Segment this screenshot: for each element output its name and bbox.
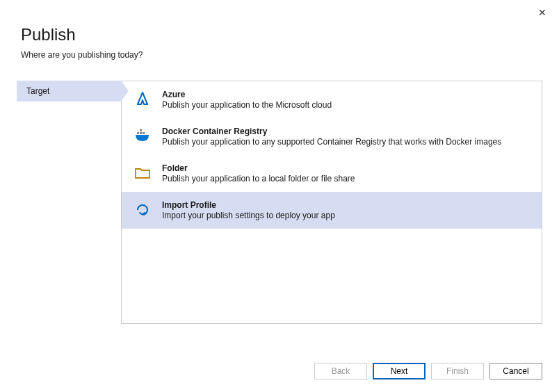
page-subtitle: Where are you publishing today?	[21, 50, 538, 60]
back-button: Back	[314, 363, 367, 379]
close-icon[interactable]: ✕	[534, 6, 551, 19]
option-desc: Import your publish settings to deploy y…	[162, 211, 335, 220]
svg-rect-3	[140, 129, 142, 131]
dialog-header: Publish Where are you publishing today?	[0, 0, 559, 68]
option-title: Folder	[162, 163, 355, 173]
target-options-panel: Azure Publish your application to the Mi…	[121, 81, 542, 324]
step-label: Target	[26, 86, 49, 96]
option-title: Import Profile	[162, 200, 335, 210]
option-docker[interactable]: Docker Container Registry Publish your a…	[122, 118, 542, 155]
svg-rect-2	[143, 132, 145, 134]
import-icon	[133, 200, 152, 220]
main-content: Target Azure Publish your application to…	[0, 68, 559, 324]
option-title: Azure	[162, 90, 332, 99]
option-text: Folder Publish your application to a loc…	[162, 163, 355, 183]
svg-rect-0	[137, 132, 139, 134]
step-target[interactable]: Target	[17, 81, 121, 101]
svg-rect-1	[140, 132, 142, 134]
option-text: Azure Publish your application to the Mi…	[162, 90, 332, 110]
dialog-footer: Back Next Finish Cancel	[314, 363, 542, 379]
azure-icon	[133, 90, 152, 109]
option-desc: Publish your application to a local fold…	[162, 174, 355, 183]
finish-button: Finish	[431, 363, 484, 379]
next-button[interactable]: Next	[373, 363, 426, 379]
option-azure[interactable]: Azure Publish your application to the Mi…	[122, 81, 542, 118]
page-title: Publish	[21, 25, 538, 44]
docker-icon	[133, 126, 152, 146]
option-import-profile[interactable]: Import Profile Import your publish setti…	[122, 192, 542, 229]
folder-icon	[133, 163, 152, 183]
option-text: Import Profile Import your publish setti…	[162, 200, 335, 220]
wizard-sidebar: Target	[17, 81, 121, 324]
option-text: Docker Container Registry Publish your a…	[162, 126, 501, 147]
option-title: Docker Container Registry	[162, 126, 501, 136]
option-folder[interactable]: Folder Publish your application to a loc…	[122, 155, 542, 192]
cancel-button[interactable]: Cancel	[489, 363, 542, 379]
option-desc: Publish your application to any supporte…	[162, 137, 501, 147]
option-desc: Publish your application to the Microsof…	[162, 100, 332, 110]
